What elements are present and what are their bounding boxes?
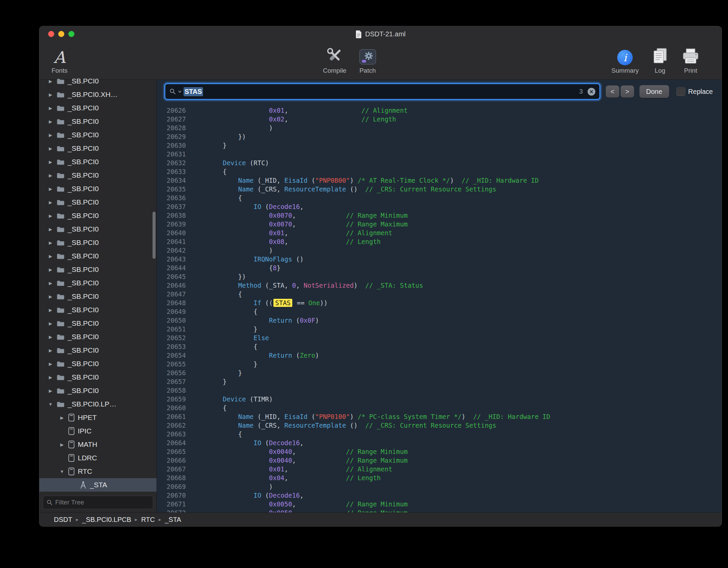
clear-search-button[interactable]: ✕ [588,88,595,96]
sidebar-item-sb-pci0[interactable]: ▶_SB.PCI0 [39,344,157,357]
disclosure-triangle-icon[interactable]: ▶ [47,294,54,299]
sidebar-item-sb-pci0[interactable]: ▶_SB.PCI0 [39,263,157,276]
sidebar-item-sta[interactable]: _STA [39,478,157,492]
patch-button[interactable]: Patch [359,45,377,74]
disclosure-triangle-icon[interactable]: ▶ [47,186,54,191]
sidebar-item-sb-pci0[interactable]: ▶_SB.PCI0 [39,196,157,209]
folder-icon [57,159,65,165]
replace-checkbox[interactable] [676,87,685,96]
sidebar-item-label: _SB.PCI0 [68,131,99,139]
disclosure-triangle-icon[interactable]: ▶ [47,254,54,259]
filter-tree-input[interactable]: Filter Tree [43,496,153,509]
sidebar-item-sb-pci0[interactable]: ▶_SB.PCI0 [39,303,157,317]
disclosure-triangle-icon[interactable]: ▶ [47,267,54,272]
folder-icon [57,320,65,327]
folder-icon [57,280,65,286]
sidebar-item-label: _SB.PCI0 [68,360,99,368]
breadcrumb-item-rtc[interactable]: RTC [141,516,155,524]
disclosure-triangle-icon[interactable]: ▶ [47,200,54,205]
disclosure-triangle-icon[interactable]: ▶ [47,173,54,178]
sidebar-item-sb-pci0[interactable]: ▶_SB.PCI0 [39,182,157,196]
disclosure-triangle-icon[interactable]: ▶ [47,281,54,286]
sidebar-item-sb-pci0-lp[interactable]: ▼_SB.PCI0.LP… [39,397,157,411]
disclosure-triangle-icon[interactable]: ▼ [59,469,65,474]
disclosure-triangle-icon[interactable]: ▶ [47,146,54,151]
sidebar-item-math[interactable]: ▶MATH [39,438,157,451]
disclosure-triangle-icon[interactable]: ▶ [47,348,54,353]
sidebar-item-sb-pci0[interactable]: ▶_SB.PCI0 [39,290,157,303]
disclosure-triangle-icon[interactable]: ▶ [47,106,54,111]
sidebar-item-sb-pci0[interactable]: ▶_SB.PCI0 [39,236,157,249]
disclosure-triangle-icon[interactable]: ▶ [47,227,54,232]
code-editor[interactable]: 20626 0x01, // Alignment20627 0x02, // L… [157,103,722,512]
disclosure-triangle-icon[interactable]: ▼ [47,402,54,407]
sidebar-item-label: _SB.PCI0 [68,252,99,260]
fonts-button[interactable]: A Fonts [52,45,68,74]
breadcrumb-item-sb-pci0-lpcb[interactable]: _SB.PCI0.LPCB [82,516,131,524]
disclosure-triangle-icon[interactable]: ▶ [47,375,54,380]
sidebar-item-sb-pci0[interactable]: ▶_SB.PCI0 [39,115,157,128]
disclosure-triangle-icon[interactable]: ▶ [47,213,54,218]
sidebar-item-rtc[interactable]: ▼RTC [39,465,157,478]
sidebar-item-sb-pci0[interactable]: ▶_SB.PCI0 [39,222,157,236]
sidebar-item-sb-pci0[interactable]: ▶_SB.PCI0 [39,317,157,330]
sidebar-scrollbar-thumb[interactable] [153,212,156,259]
zoom-window-button[interactable] [68,31,74,37]
sidebar-item-sb-pci0[interactable]: ▶_SB.PCI0 [39,384,157,397]
disclosure-triangle-icon[interactable]: ▶ [47,133,54,138]
disclosure-triangle-icon[interactable]: ▶ [47,388,54,393]
code-line: 20642 ) [157,246,722,255]
sidebar-item-sb-pci0[interactable]: ▶_SB.PCI0 [39,74,157,88]
line-number: 20661 [157,412,192,421]
sidebar-item-sb-pci0[interactable]: ▶_SB.PCI0 [39,276,157,290]
done-button[interactable]: Done [639,85,669,98]
sidebar-item-sb-pci0-xh[interactable]: ▶_SB.PCI0.XH… [39,88,157,101]
sidebar-item-ipic[interactable]: IPIC [39,424,157,438]
find-next-button[interactable]: > [621,85,634,98]
sidebar-item-sb-pci0[interactable]: ▶_SB.PCI0 [39,169,157,182]
summary-button[interactable]: i Summary [611,45,639,74]
disclosure-triangle-icon[interactable]: ▶ [59,415,65,420]
sidebar-item-sb-pci0[interactable]: ▶_SB.PCI0 [39,142,157,155]
log-button[interactable]: Log [651,45,669,74]
print-button[interactable]: Print [681,45,700,74]
breadcrumb-item-dsdt[interactable]: DSDT [54,516,72,524]
sidebar-item-sb-pci0[interactable]: ▶_SB.PCI0 [39,128,157,142]
find-input[interactable]: STAS 3 ✕ [164,83,600,100]
disclosure-triangle-icon[interactable]: ▶ [47,308,54,313]
fonts-label: Fonts [52,67,68,74]
compile-button[interactable]: Compile [323,45,346,74]
sidebar-item-label: _SB.PCI0.XH… [68,91,118,99]
breadcrumb-separator-icon: ▸ [76,517,78,523]
disclosure-triangle-icon[interactable]: ▶ [47,159,54,165]
disclosure-triangle-icon[interactable]: ▶ [59,442,65,447]
disclosure-triangle-icon[interactable]: ▶ [47,321,54,326]
sidebar-item-sb-pci0[interactable]: ▶_SB.PCI0 [39,330,157,344]
disclosure-triangle-icon[interactable]: ▶ [47,361,54,366]
sidebar-item-sb-pci0[interactable]: ▶_SB.PCI0 [39,101,157,115]
line-number: 20672 [157,508,192,512]
breadcrumb-item-sta[interactable]: _STA [165,516,181,524]
code-line: 20648 If ((STAS == One)) [157,298,722,307]
close-window-button[interactable] [48,31,54,37]
minimize-window-button[interactable] [58,31,64,37]
code-line: 20650 Return (0x0F) [157,316,722,325]
title-bar[interactable]: DSDT-21.aml [39,26,722,42]
disclosure-triangle-icon[interactable]: ▶ [47,79,54,84]
disclosure-triangle-icon[interactable]: ▶ [47,334,54,340]
sidebar-item-sb-pci0[interactable]: ▶_SB.PCI0 [39,357,157,370]
folder-icon [57,105,65,111]
sidebar-item-sb-pci0[interactable]: ▶_SB.PCI0 [39,209,157,222]
device-icon [68,454,75,462]
sidebar-item-ldrc[interactable]: LDRC [39,451,157,465]
sidebar-item-sb-pci0[interactable]: ▶_SB.PCI0 [39,370,157,384]
disclosure-triangle-icon[interactable]: ▶ [47,119,54,124]
sidebar-item-sb-pci0[interactable]: ▶_SB.PCI0 [39,155,157,169]
sidebar-item-hpet[interactable]: ▶HPET [39,411,157,424]
sidebar-item-label: _SB.PCI0 [68,104,99,112]
sidebar-item-sb-pci0[interactable]: ▶_SB.PCI0 [39,249,157,263]
folder-icon [57,374,65,381]
disclosure-triangle-icon[interactable]: ▶ [47,240,54,245]
disclosure-triangle-icon[interactable]: ▶ [47,92,54,97]
find-previous-button[interactable]: < [606,85,619,98]
